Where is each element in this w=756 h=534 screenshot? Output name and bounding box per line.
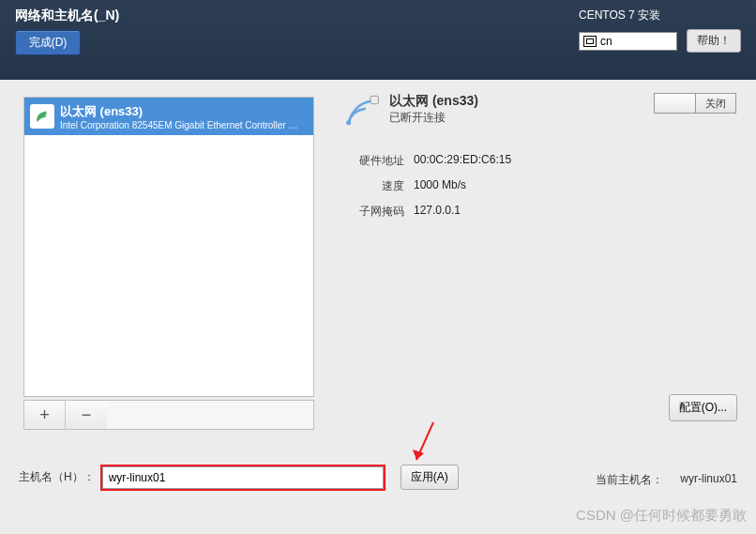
add-interface-button[interactable]: +	[24, 401, 66, 429]
svg-point-1	[346, 120, 351, 125]
header-right-row: cn 帮助！	[579, 29, 741, 53]
current-hostname-value: wyr-linux01	[680, 472, 737, 488]
info-value: 127.0.0.1	[414, 204, 461, 220]
svg-line-2	[416, 422, 433, 460]
main-area: 以太网 (ens33) Intel Corporation 82545EM Gi…	[0, 80, 756, 534]
page-title: 网络和主机名(_N)	[15, 8, 119, 24]
svg-rect-0	[370, 96, 378, 103]
done-button[interactable]: 完成(D)	[15, 30, 81, 55]
keyboard-layout-text: cn	[600, 35, 612, 48]
info-label: 子网掩码	[342, 204, 404, 220]
hostname-input[interactable]	[102, 466, 384, 489]
info-row-mask: 子网掩码 127.0.0.1	[342, 204, 736, 220]
detail-header: 以太网 (ens33) 已断开连接 关闭	[342, 93, 736, 130]
connection-toggle[interactable]: 关闭	[654, 93, 736, 114]
hostname-row: 主机名（H）： 应用(A)	[19, 465, 459, 490]
toggle-label: 关闭	[695, 93, 736, 114]
header-bar: 网络和主机名(_N) 完成(D) CENTOS 7 安装 cn 帮助！	[0, 0, 756, 80]
current-hostname-label: 当前主机名：	[596, 472, 663, 488]
ethernet-icon	[30, 104, 54, 129]
watermark-text: CSDN @任何时候都要勇敢	[576, 507, 747, 525]
hostname-label: 主机名（H）：	[19, 469, 95, 485]
keyboard-icon	[583, 36, 597, 47]
detail-info-table: 硬件地址 00:0C:29:ED:C6:15 速度 1000 Mb/s 子网掩码…	[342, 153, 736, 220]
install-title: CENTOS 7 安装	[579, 8, 660, 23]
detail-title-block: 以太网 (ens33) 已断开连接	[389, 93, 478, 126]
info-row-speed: 速度 1000 Mb/s	[342, 178, 736, 194]
apply-button[interactable]: 应用(A)	[401, 465, 459, 490]
network-interface-list[interactable]: 以太网 (ens33) Intel Corporation 82545EM Gi…	[23, 97, 314, 397]
keyboard-indicator[interactable]: cn	[579, 32, 677, 51]
remove-interface-button[interactable]: −	[66, 401, 107, 429]
info-label: 速度	[342, 178, 404, 194]
interface-detail: 以太网 (ens33) 已断开连接 关闭 硬件地址 00:0C:29:ED:C6…	[342, 93, 736, 229]
network-list-text: 以太网 (ens33) Intel Corporation 82545EM Gi…	[60, 103, 299, 130]
header-left: 网络和主机名(_N) 完成(D)	[15, 8, 119, 80]
current-hostname-block: 当前主机名： wyr-linux01	[596, 472, 737, 488]
help-button[interactable]: 帮助！	[687, 29, 741, 53]
network-item-subtitle: Intel Corporation 82545EM Gigabit Ethern…	[60, 120, 299, 130]
detail-title: 以太网 (ens33)	[389, 93, 478, 110]
configure-button[interactable]: 配置(O)...	[669, 394, 737, 421]
info-value: 1000 Mb/s	[414, 178, 466, 194]
svg-marker-3	[413, 450, 424, 460]
info-row-mac: 硬件地址 00:0C:29:ED:C6:15	[342, 153, 736, 169]
list-actions: + −	[23, 400, 314, 430]
network-item-title: 以太网 (ens33)	[60, 103, 299, 120]
detail-status: 已断开连接	[389, 110, 478, 126]
network-disconnected-icon	[342, 93, 380, 130]
toggle-switch[interactable]	[654, 93, 695, 114]
info-value: 00:0C:29:ED:C6:15	[414, 153, 511, 169]
network-list-item[interactable]: 以太网 (ens33) Intel Corporation 82545EM Gi…	[24, 98, 313, 135]
info-label: 硬件地址	[342, 153, 404, 169]
header-right: CENTOS 7 安装 cn 帮助！	[579, 8, 741, 80]
